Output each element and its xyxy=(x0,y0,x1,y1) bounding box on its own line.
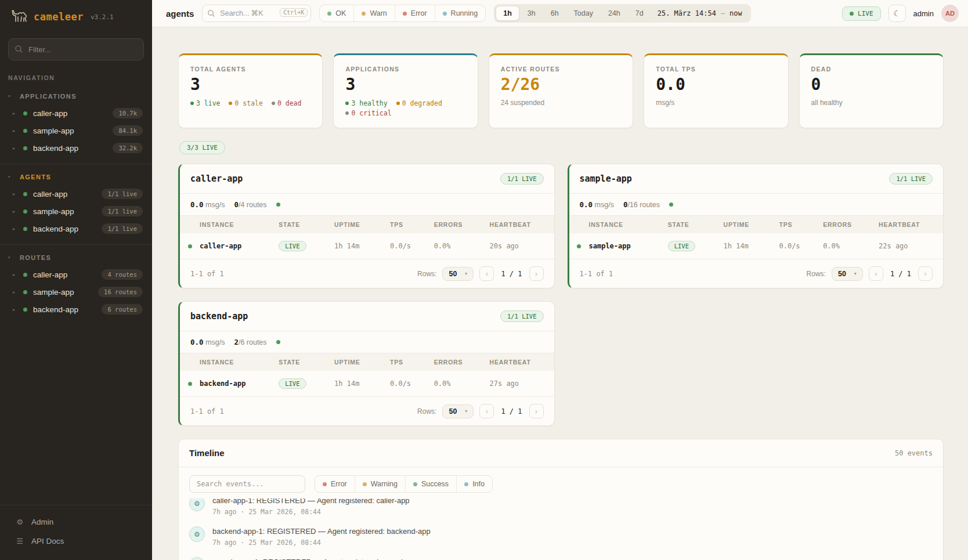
section-applications-header[interactable]: ▾ APPLICATIONS xyxy=(0,89,152,104)
status-dot xyxy=(23,290,27,294)
gear-icon: ⚙ xyxy=(189,557,205,560)
item-label: caller-app xyxy=(33,109,108,118)
timeline-event[interactable]: ⚙ caller-app-1: REGISTERED — Agent regis… xyxy=(189,498,933,521)
time-range-6h[interactable]: 6h xyxy=(544,6,566,20)
event-filter-error[interactable]: Error xyxy=(315,476,355,492)
next-page-button[interactable]: › xyxy=(918,266,933,281)
status-dot xyxy=(188,382,192,386)
chip-label: Running xyxy=(451,9,478,17)
table-row[interactable]: caller-app LIVE 1h 14m 0.0/s 0.0% 20s ag… xyxy=(180,233,554,259)
running-dot-icon xyxy=(443,12,447,16)
time-range-value[interactable]: 25. März 14:54 — now xyxy=(652,9,749,17)
sidebar-item-admin[interactable]: ⚙ Admin xyxy=(0,512,152,532)
item-label: sample-app xyxy=(33,127,108,135)
app-title: caller-app xyxy=(190,174,243,184)
col-tps: TPS xyxy=(779,221,823,228)
topbar-right: LIVE ☾ admin AD xyxy=(842,5,959,22)
nav-label: NAVIGATION xyxy=(0,70,152,84)
sidebar-item-sample-app[interactable]: ▸ sample-app 84.1k xyxy=(0,122,152,139)
events-search-input[interactable] xyxy=(189,475,305,493)
search-kbd: Ctrl+K xyxy=(280,8,308,17)
sidebar-item-routes-backend-app[interactable]: ▸ backend-app 6 routes xyxy=(0,301,152,318)
sidebar-item-routes-caller-app[interactable]: ▸ caller-app 4 routes xyxy=(0,266,152,283)
status-dot xyxy=(23,111,27,115)
prev-page-button[interactable]: ‹ xyxy=(479,266,494,281)
cell-errors: 0.0% xyxy=(434,380,490,388)
rows-label: Rows: xyxy=(417,407,436,416)
app-routes-label: /16 routes xyxy=(627,201,660,209)
time-range-3h[interactable]: 3h xyxy=(521,6,543,20)
timeline-event[interactable]: ⚙ backend-app-1: REGISTERED — Agent regi… xyxy=(189,521,933,552)
section-agents-header[interactable]: ▾ AGENTS xyxy=(0,170,152,185)
section-title: APPLICATIONS xyxy=(20,93,77,100)
item-badge: 4 routes xyxy=(102,269,143,280)
time-range-1h[interactable]: 1h xyxy=(496,6,519,21)
sidebar-item-agent-caller-app[interactable]: ▸ caller-app 1/1 live xyxy=(0,185,152,203)
app-stats-row: 0.0 msg/s 0/4 routes xyxy=(180,194,554,216)
prev-page-button[interactable]: ‹ xyxy=(869,266,883,281)
chevron-right-icon: ▸ xyxy=(13,226,19,232)
stat-card-active-routes: ACTIVE ROUTES 2/26 24 suspended xyxy=(489,53,633,128)
live-dot-icon xyxy=(190,102,194,105)
range-separator: — xyxy=(721,9,725,17)
prev-page-button[interactable]: ‹ xyxy=(479,404,494,418)
time-range-today[interactable]: Today xyxy=(567,6,600,20)
sidebar-item-api-docs[interactable]: ☰ API Docs xyxy=(0,532,152,551)
next-page-button[interactable]: › xyxy=(529,404,544,418)
content: TOTAL AGENTS 3 3 live 0 stale 0 dead APP… xyxy=(152,27,968,560)
table-row[interactable]: backend-app LIVE 1h 14m 0.0/s 0.0% 27s a… xyxy=(180,371,554,397)
filter-chip-ok[interactable]: OK xyxy=(320,5,354,21)
live-label: LIVE xyxy=(858,10,873,17)
sidebar-item-routes-sample-app[interactable]: ▸ sample-app 16 routes xyxy=(0,283,152,301)
rows-value: 50 xyxy=(449,407,457,416)
filter-chip-running[interactable]: Running xyxy=(435,5,486,21)
stat-card-applications: APPLICATIONS 3 3 healthy 0 degraded 0 cr… xyxy=(333,53,478,128)
app-live-badge: 1/1 LIVE xyxy=(500,173,544,185)
caret-down-icon: ▾ xyxy=(854,271,857,276)
sidebar-item-backend-app[interactable]: ▸ backend-app 32.2k xyxy=(0,139,152,157)
pagination-range: 1-1 of 1 xyxy=(190,270,411,278)
sidebar-item-agent-sample-app[interactable]: ▸ sample-app 1/1 live xyxy=(0,203,152,220)
col-uptime: UPTIME xyxy=(334,359,390,366)
filter-chip-warn[interactable]: Warn xyxy=(354,5,395,21)
event-filter-warning[interactable]: Warning xyxy=(355,476,406,492)
item-badge: 1/1 live xyxy=(102,223,143,234)
avatar[interactable]: AD xyxy=(941,5,959,22)
summary-live-badge: 3/3 LIVE xyxy=(179,141,225,154)
time-range-7d[interactable]: 7d xyxy=(629,6,651,20)
app-tps-unit: msg/s xyxy=(595,201,614,209)
error-dot-icon xyxy=(403,12,407,16)
rows-label: Rows: xyxy=(807,270,826,278)
live-status-badge: LIVE xyxy=(842,6,881,21)
filter-input[interactable] xyxy=(8,38,144,60)
rows-per-page-select[interactable]: 50 ▾ xyxy=(442,267,474,281)
table-footer: 1-1 of 1 Rows: 50 ▾ ‹ 1 / 1 › xyxy=(180,397,554,425)
chevron-right-icon: ▸ xyxy=(13,192,19,197)
instance-table: INSTANCE STATE UPTIME TPS ERRORS HEARTBE… xyxy=(180,353,554,397)
timeline-event[interactable]: ⚙ sample-app-1: REGISTERED — Agent regis… xyxy=(189,552,933,560)
section-title: ROUTES xyxy=(20,254,51,261)
filter-chip-error[interactable]: Error xyxy=(395,5,435,21)
item-badge: 1/1 live xyxy=(102,189,143,199)
stat-sub: 24 suspended xyxy=(501,99,621,107)
rows-per-page-select[interactable]: 50 ▾ xyxy=(442,404,474,418)
sidebar-footer: ⚙ Admin ☰ API Docs xyxy=(0,505,152,560)
event-filter-info[interactable]: Info xyxy=(457,476,492,492)
warn-dot-icon xyxy=(362,12,366,16)
timeline-event-list[interactable]: ⚙ caller-app-1: REGISTERED — Agent regis… xyxy=(179,498,943,560)
time-range-24h[interactable]: 24h xyxy=(601,6,627,20)
sidebar-item-agent-backend-app[interactable]: ▸ backend-app 1/1 live xyxy=(0,220,152,237)
sidebar-item-caller-app[interactable]: ▸ caller-app 10.7k xyxy=(0,104,152,122)
app-card-header: caller-app 1/1 LIVE xyxy=(180,164,554,194)
status-dot xyxy=(276,340,280,344)
timeline-card: Timeline 50 events Error Warning xyxy=(178,439,944,560)
theme-toggle-button[interactable]: ☾ xyxy=(888,5,906,22)
app-live-badge: 1/1 LIVE xyxy=(500,310,544,322)
rows-per-page-select[interactable]: 50 ▾ xyxy=(832,267,863,281)
next-page-button[interactable]: › xyxy=(529,266,544,281)
topbar: agents Ctrl+K OK Warn Error xyxy=(152,0,968,27)
section-agents: ▾ AGENTS ▸ caller-app 1/1 live ▸ sample-… xyxy=(0,164,152,244)
section-routes-header[interactable]: ▾ ROUTES xyxy=(0,251,152,266)
event-filter-success[interactable]: Success xyxy=(406,476,457,492)
table-row[interactable]: sample-app LIVE 1h 14m 0.0/s 0.0% 22s ag… xyxy=(569,233,944,259)
